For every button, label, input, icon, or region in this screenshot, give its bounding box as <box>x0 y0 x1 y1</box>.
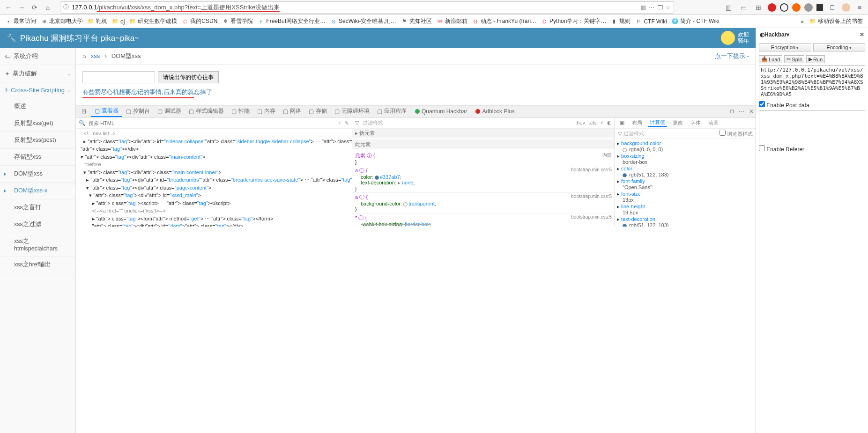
bm-overflow[interactable]: » <box>798 18 806 25</box>
bookmark-item[interactable]: 🌐简介 - CTF Wiki <box>669 17 722 25</box>
library-icon[interactable]: ▥ <box>723 2 734 13</box>
devtools-tab[interactable]: ▢应用程序 <box>373 105 410 117</box>
dom-line[interactable]: ▸ "attr"> class="tag"><div"attr"> id="br… <box>78 176 350 184</box>
styles-filter[interactable]: 过滤样式 <box>363 119 571 126</box>
devtools-tab[interactable]: ▢调试器 <box>154 105 185 117</box>
post-checkbox[interactable]: Enable Post data <box>759 102 809 109</box>
bookmark-item[interactable]: ⊕北京邮电大学 <box>38 17 85 25</box>
comp-filter-ph[interactable]: 过滤样式 <box>622 130 644 137</box>
dom-line[interactable]: ▾ "attr"> class="tag"><div"attr"> class=… <box>78 184 350 192</box>
sidebar-item[interactable]: 🏷系统介绍 <box>0 48 75 65</box>
add-rule-icon[interactable]: + <box>601 120 603 126</box>
add-icon[interactable]: + <box>338 120 341 126</box>
edit-icon[interactable]: ✎ <box>344 120 349 126</box>
devtools-tab[interactable]: ▢查看器 <box>91 105 122 117</box>
computed-tab[interactable]: 更改 <box>671 119 685 126</box>
submit-button[interactable]: 请说出你的伤心往事 <box>158 71 219 83</box>
sidebar-item[interactable]: ✦暴力破解⌄ <box>0 65 75 82</box>
split-button[interactable]: ✂ Split <box>784 55 804 63</box>
dom-line[interactable]: ▸ "attr"> class="tag"><div"attr"> id="si… <box>78 138 350 146</box>
result-link[interactable]: 有些费尽心机想要忘记的事情,后来真的就忘掉了 <box>82 88 212 95</box>
bookmark-item[interactable]: 📁oj <box>110 17 127 25</box>
bookmark-item[interactable]: SSecWiki-安全维基,汇… <box>328 17 399 25</box>
hov-toggle[interactable]: :hov <box>575 120 585 126</box>
qr-icon[interactable]: ▦ <box>641 4 646 11</box>
hackbar-close-icon[interactable]: ✕ <box>860 31 864 38</box>
extension-icon[interactable]: ⊞ <box>753 2 764 13</box>
reload-button[interactable]: ⟳ <box>29 2 40 13</box>
bookmark-item[interactable]: C我的CSDN <box>179 17 220 25</box>
sidebar-item[interactable]: 存储型xss <box>0 149 75 166</box>
encoding-dropdown[interactable]: Encoding <box>813 43 866 51</box>
more-icon[interactable]: ⋯ <box>649 4 654 11</box>
menu-icon[interactable]: ≡ <box>854 2 865 13</box>
computed-prop[interactable]: ▸ background-color rgba(0, 0, 0, 0) <box>617 140 754 153</box>
home-icon[interactable]: ⌂ <box>82 52 86 59</box>
computed-tab[interactable]: 动画 <box>706 119 720 126</box>
bookmark-item[interactable]: G动态 - FrankYu (fran… <box>470 17 539 25</box>
dom-tree[interactable]: <!--.nav-list--> ▸ "attr"> class="tag"><… <box>76 129 352 227</box>
bookmark-item[interactable]: ❄看雪学院 <box>220 17 255 25</box>
sidebar-item[interactable]: xss之htmlspecialchars <box>0 233 75 257</box>
bookmark-item[interactable]: 📁研究生数学建模 <box>127 17 179 25</box>
cls-toggle[interactable]: .cls <box>589 120 597 126</box>
dom-line[interactable]: <!--<a href="" onclick=('xss')>--> <box>78 207 350 215</box>
devtools-tab[interactable]: ▢存储 <box>305 105 331 117</box>
crumb-xss[interactable]: xss <box>91 52 100 59</box>
hint-link[interactable]: 点一下提示~ <box>715 52 749 60</box>
dom-line[interactable]: "attr"> class="tag"><div"attr"> id="dom"… <box>78 222 350 227</box>
computed-prop[interactable]: ▸ font-family"Open Sans" <box>617 178 754 191</box>
bookmark-item[interactable]: 🏳CTF Wiki <box>633 17 669 25</box>
dom-line[interactable]: <!--.nav-list--> <box>78 130 350 138</box>
hackbar-dropdown-icon[interactable]: ▾ <box>786 31 789 38</box>
dom-line[interactable]: ▸ "attr"> class="tag"><form"attr"> metho… <box>78 215 350 223</box>
dt-dock-icon[interactable]: ⊓ <box>730 108 734 115</box>
computed-prop[interactable]: ▸ text-decoration rgb(51, 122, 183) <box>617 216 754 227</box>
devtools-tab[interactable]: ▢样式编辑器 <box>185 105 228 117</box>
reader-icon[interactable]: ▭ <box>738 2 749 13</box>
dom-line[interactable]: "attr"> class="tag"></div> <box>78 145 350 153</box>
computed-tab[interactable]: 字体 <box>689 119 703 126</box>
sidebar-item[interactable]: ⚕Cross-Site Scripting⌄ <box>0 82 75 98</box>
mobile-bookmarks[interactable]: 📁移动设备上的书签 <box>807 17 865 25</box>
devtools-tab[interactable]: ▢无障碍环境 <box>331 105 373 117</box>
dom-line[interactable]: ▾ "attr"> class="tag"><div"attr"> id="xs… <box>78 191 350 199</box>
bookmark-item[interactable]: CPython学习：关键字… <box>539 17 608 25</box>
dom-line[interactable]: ▾ "attr"> class="tag"><div"attr"> class=… <box>78 153 350 161</box>
dt-close-icon[interactable]: ✕ <box>749 108 754 115</box>
sidebar-item[interactable]: 概述 <box>0 98 75 115</box>
sidebar-item[interactable]: 反射型xss(get) <box>0 115 75 132</box>
computed-prop[interactable]: ▸ color rgb(51, 122, 183) <box>617 165 754 178</box>
load-button[interactable]: 📥 Load <box>759 55 782 63</box>
encryption-dropdown[interactable]: Encryption <box>759 43 811 51</box>
sidebar-item[interactable]: DOM型xss <box>0 166 75 183</box>
back-button[interactable]: ← <box>3 2 14 13</box>
ext2-icon[interactable] <box>792 3 801 12</box>
quantum-hackbar-tab[interactable]: Quantum Hackbar <box>411 105 471 117</box>
abp-icon[interactable] <box>768 3 776 12</box>
light-icon[interactable]: ◐ <box>607 120 612 126</box>
referer-checkbox[interactable]: Enable Referer <box>759 146 804 153</box>
bookmark-item[interactable]: •最常访问 <box>3 17 38 25</box>
dom-line[interactable]: ::before <box>78 161 350 169</box>
sidebar-item[interactable]: 反射型xss(post) <box>0 132 75 149</box>
dom-search-input[interactable] <box>89 120 335 126</box>
styles-panel[interactable]: ▸ 伪元素此元素元素 ⓘ {内联}a ⓘ {bootstrap.min.css:… <box>352 129 615 227</box>
computed-prop[interactable]: ▸ box-sizingborder-box <box>617 153 754 165</box>
dom-line[interactable]: ▾ "attr"> class="tag"><div"attr"> class=… <box>78 169 350 176</box>
pick-element-icon[interactable]: ⊡ <box>78 105 90 117</box>
computed-prop[interactable]: ▸ font-size13px <box>617 191 754 203</box>
devtools-tab[interactable]: ▢网络 <box>279 105 305 117</box>
adblock-tab[interactable]: Adblock Plus <box>472 105 518 117</box>
devtools-tab[interactable]: ▢内存 <box>253 105 279 117</box>
bookmark-item[interactable]: FFreeBuf网络安全行业… <box>255 17 328 25</box>
ext6-icon[interactable] <box>842 3 850 12</box>
profile-icon[interactable] <box>780 3 788 12</box>
dt-more-icon[interactable]: ⋯ <box>739 108 744 115</box>
devtools-tab[interactable]: ▢控制台 <box>122 105 154 117</box>
ext4-icon[interactable] <box>816 4 823 11</box>
computed-tab[interactable]: 计算值 <box>648 119 667 127</box>
bookmark-item[interactable]: ⚑先知社区 <box>399 17 434 25</box>
bookmark-item[interactable]: ✉新浪邮箱 <box>434 17 470 25</box>
bookmark-item[interactable]: ▮规则 <box>608 17 633 25</box>
